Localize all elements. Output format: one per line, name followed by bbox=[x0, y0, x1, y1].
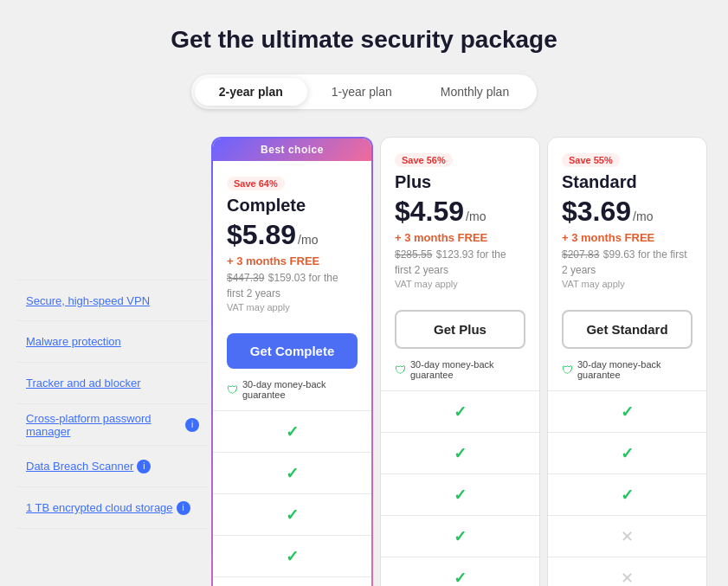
check-icon: ✓ bbox=[454, 527, 467, 546]
feature-link-vpn[interactable]: Secure, high-speed VPN bbox=[26, 294, 150, 307]
check-icon: ✓ bbox=[286, 547, 299, 566]
cross-icon: ✕ bbox=[621, 527, 634, 546]
cta-button-standard[interactable]: Get Standard bbox=[562, 310, 693, 349]
tab-group: 2-year plan 1-year plan Monthly plan bbox=[191, 74, 537, 109]
features-column: Secure, high-speed VPN Malware protectio… bbox=[17, 137, 208, 529]
vat-complete: VAT may apply bbox=[227, 302, 358, 312]
plan-header-plus: Save 56% Plus $4.59 /mo + 3 months FREE … bbox=[381, 138, 539, 299]
plans-wrapper: Best choice Save 64% Complete $5.89 /mo … bbox=[208, 137, 711, 586]
cross-icon: ✕ bbox=[621, 569, 634, 587]
shield-icon-standard: 🛡 bbox=[562, 364, 573, 377]
feature-row-password: Cross-platform password manager i bbox=[17, 404, 208, 446]
save-badge-plus: Save 56% bbox=[395, 153, 453, 167]
price-period-standard: /mo bbox=[633, 209, 653, 223]
price-period-complete: /mo bbox=[298, 233, 318, 247]
free-months-standard: + 3 months FREE bbox=[562, 231, 693, 244]
check-icon: ✓ bbox=[286, 464, 299, 483]
money-back-plus: 🛡 30-day money-back guarantee bbox=[381, 359, 539, 390]
info-icon-breach[interactable]: i bbox=[137, 460, 151, 473]
vat-plus: VAT may apply bbox=[395, 279, 525, 289]
feature-link-tracker[interactable]: Tracker and ad blocker bbox=[26, 377, 140, 390]
check-icon: ✓ bbox=[286, 506, 299, 525]
cta-button-complete[interactable]: Get Complete bbox=[227, 333, 358, 369]
check-malware-plus: ✓ bbox=[381, 432, 539, 473]
feature-row-malware: Malware protection bbox=[17, 321, 208, 363]
feature-link-malware[interactable]: Malware protection bbox=[26, 335, 121, 348]
price-row-complete: $5.89 /mo bbox=[227, 219, 358, 251]
check-password-complete: ✓ bbox=[213, 535, 371, 576]
save-badge-complete: Save 64% bbox=[227, 177, 285, 190]
cta-button-plus[interactable]: Get Plus bbox=[395, 310, 525, 349]
shield-icon-complete: 🛡 bbox=[227, 383, 238, 396]
price-amount-standard: $3.69 bbox=[562, 196, 631, 228]
feature-row-storage: 1 TB encrypted cloud storage i bbox=[17, 487, 208, 529]
plan-name-plus: Plus bbox=[395, 172, 525, 192]
tab-1year[interactable]: 1-year plan bbox=[307, 78, 416, 106]
free-months-plus: + 3 months FREE bbox=[395, 231, 525, 244]
page-title: Get the ultimate security package bbox=[17, 26, 711, 54]
original-price-complete: $447.39 bbox=[227, 272, 264, 284]
check-vpn-complete: ✓ bbox=[213, 410, 371, 452]
check-breach-plus: ✓ bbox=[381, 557, 539, 586]
check-vpn-standard: ✓ bbox=[548, 390, 706, 432]
plan-card-plus: Save 56% Plus $4.59 /mo + 3 months FREE … bbox=[380, 137, 540, 586]
check-icon: ✓ bbox=[454, 569, 467, 587]
free-months-complete: + 3 months FREE bbox=[227, 254, 358, 267]
check-password-plus: ✓ bbox=[381, 515, 539, 557]
check-icon: ✓ bbox=[621, 486, 634, 505]
feature-link-password[interactable]: Cross-platform password manager bbox=[26, 412, 182, 438]
check-icon: ✓ bbox=[621, 402, 634, 422]
check-malware-complete: ✓ bbox=[213, 452, 371, 493]
original-price-plus: $285.55 bbox=[395, 248, 432, 261]
feature-row-breach: Data Breach Scanner i bbox=[17, 446, 208, 487]
price-amount-plus: $4.59 bbox=[395, 196, 464, 228]
check-icon: ✓ bbox=[621, 444, 634, 463]
check-icon: ✓ bbox=[454, 444, 467, 463]
price-row-standard: $3.69 /mo bbox=[562, 196, 693, 228]
feature-row-tracker: Tracker and ad blocker bbox=[17, 363, 208, 404]
price-amount-complete: $5.89 bbox=[227, 219, 296, 251]
check-icon: ✓ bbox=[286, 422, 299, 441]
info-icon-password[interactable]: i bbox=[185, 418, 199, 432]
feature-link-breach[interactable]: Data Breach Scanner bbox=[26, 460, 133, 473]
check-icon: ✓ bbox=[454, 402, 467, 422]
check-tracker-complete: ✓ bbox=[213, 493, 371, 535]
shield-icon-plus: 🛡 bbox=[395, 364, 406, 377]
plan-name-complete: Complete bbox=[227, 196, 358, 216]
save-badge-standard: Save 55% bbox=[562, 153, 620, 167]
pricing-detail-standard: $207.83 $99.63 for the first 2 years bbox=[562, 246, 693, 277]
plan-card-complete: Best choice Save 64% Complete $5.89 /mo … bbox=[211, 137, 373, 586]
feature-row-vpn: Secure, high-speed VPN bbox=[17, 280, 208, 321]
vat-standard: VAT may apply bbox=[562, 279, 693, 289]
main-container: Get the ultimate security package 2-year… bbox=[17, 26, 711, 586]
plan-header-standard: Save 55% Standard $3.69 /mo + 3 months F… bbox=[548, 138, 706, 299]
tab-2year[interactable]: 2-year plan bbox=[195, 78, 307, 106]
check-tracker-standard: ✓ bbox=[548, 473, 706, 515]
check-tracker-plus: ✓ bbox=[381, 473, 539, 515]
best-choice-banner: Best choice bbox=[213, 138, 371, 161]
plan-header-complete: Save 64% Complete $5.89 /mo + 3 months F… bbox=[213, 161, 371, 323]
check-password-standard: ✕ bbox=[548, 515, 706, 557]
original-price-standard: $207.83 bbox=[562, 248, 599, 261]
check-breach-complete: ✓ bbox=[213, 576, 371, 586]
plan-name-standard: Standard bbox=[562, 172, 693, 192]
money-back-complete: 🛡 30-day money-back guarantee bbox=[213, 379, 371, 410]
price-period-plus: /mo bbox=[466, 209, 486, 223]
plan-card-standard: Save 55% Standard $3.69 /mo + 3 months F… bbox=[547, 137, 707, 586]
check-malware-standard: ✓ bbox=[548, 432, 706, 473]
check-vpn-plus: ✓ bbox=[381, 390, 539, 432]
tab-monthly[interactable]: Monthly plan bbox=[416, 78, 533, 106]
check-breach-standard: ✕ bbox=[548, 557, 706, 586]
plan-tabs: 2-year plan 1-year plan Monthly plan bbox=[17, 74, 711, 109]
feature-link-storage[interactable]: 1 TB encrypted cloud storage bbox=[26, 501, 173, 514]
pricing-section: Secure, high-speed VPN Malware protectio… bbox=[17, 137, 711, 586]
pricing-detail-complete: $447.39 $159.03 for the first 2 years bbox=[227, 269, 358, 300]
check-icon: ✓ bbox=[454, 486, 467, 505]
price-row-plus: $4.59 /mo bbox=[395, 196, 525, 228]
pricing-detail-plus: $285.55 $123.93 for the first 2 years bbox=[395, 246, 525, 277]
info-icon-storage[interactable]: i bbox=[177, 501, 190, 515]
money-back-standard: 🛡 30-day money-back guarantee bbox=[548, 359, 706, 390]
